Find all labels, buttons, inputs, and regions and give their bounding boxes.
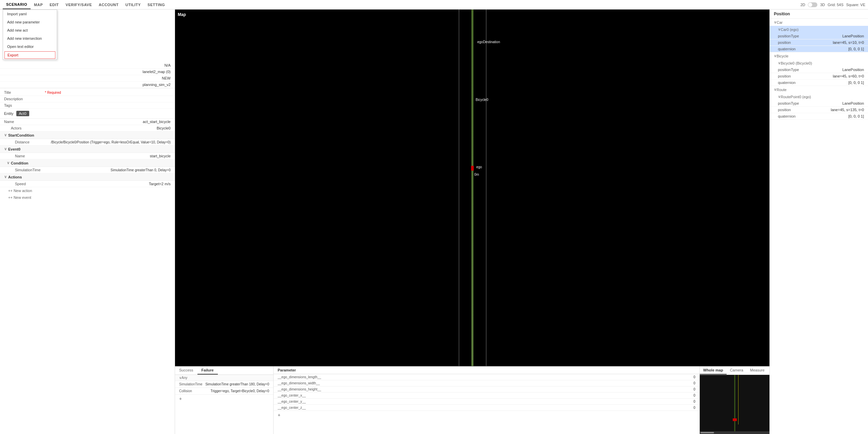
bicycle-section-label: Bicycle bbox=[777, 54, 788, 58]
routepoint0-position-row: position lane=45, s=135, t=0 bbox=[770, 107, 868, 113]
failure-sim-time: SimulationTime SimulationTime greaterTha… bbox=[175, 381, 273, 388]
bicycle0-label: Bicycle0 (Bicycle0) bbox=[781, 61, 812, 65]
nav-account[interactable]: ACCOUNT bbox=[96, 0, 122, 9]
param-length: __ego_dimensions_length__ 0 bbox=[274, 374, 699, 380]
2d-3d-toggle[interactable] bbox=[808, 2, 817, 7]
chevron-bicycle-icon: ∨ bbox=[774, 54, 777, 58]
chevron-down-icon-3: ∨ bbox=[7, 161, 10, 165]
version-value: planning_sim_v2 bbox=[142, 83, 171, 87]
scenario-fields: N/A lanelet2_map (0) NEW planning_sim_v2 bbox=[0, 62, 175, 88]
param-add-button[interactable]: + bbox=[278, 412, 280, 418]
lane-border-right bbox=[486, 10, 486, 366]
speed-label: Speed bbox=[4, 182, 45, 186]
car-section-header[interactable]: ∨ Car bbox=[770, 19, 868, 26]
failure-tab[interactable]: Failure bbox=[197, 366, 218, 375]
event0-label: Event0 bbox=[8, 147, 20, 151]
param-center-y-value: 0 bbox=[685, 400, 695, 403]
minimap-lane bbox=[734, 375, 735, 431]
routepoint0-section-header[interactable]: ∨ RoutePoint0 (ego) bbox=[770, 93, 868, 100]
main-layout: Import yaml Add new parameter Add new ac… bbox=[0, 10, 868, 434]
map-container[interactable]: Map egoDestination Bicycle0 ego 0m bbox=[175, 10, 769, 366]
mode-3d-label: 3D bbox=[820, 3, 825, 7]
nav-edit[interactable]: EDIT bbox=[46, 0, 62, 9]
new-event-button[interactable]: + + New event bbox=[0, 194, 175, 201]
chevron-down-icon: ∨ bbox=[4, 133, 7, 137]
routepoint0-position-label: position bbox=[778, 108, 831, 112]
right-panel: Position ∨ Car ∨ Car0 (ego) positionType… bbox=[769, 10, 868, 434]
speed-value: Target=2 m/s bbox=[149, 182, 171, 186]
add-parameter-item[interactable]: Add new parameter bbox=[3, 18, 57, 26]
car0-position-value: lane=45, s=10, t=0 bbox=[833, 40, 864, 45]
nav-setting[interactable]: SETTING bbox=[144, 0, 168, 9]
param-center-z-label: __ego_center_z__ bbox=[278, 406, 306, 410]
camera-tab[interactable]: Camera bbox=[727, 366, 747, 375]
panel-tabs: Success Failure bbox=[175, 366, 273, 375]
actions-label: Actions bbox=[8, 175, 22, 179]
param-height-label: __ego_dimensions_height__ bbox=[278, 387, 321, 391]
bicycle0-position-type-row: positionType LanePosition bbox=[770, 67, 868, 73]
import-yaml-item[interactable]: Import yaml bbox=[3, 10, 57, 18]
act-name-value: act_start_bicycle bbox=[143, 120, 171, 124]
param-width-label: __ego_dimensions_width__ bbox=[278, 381, 320, 385]
minimap-scroll-thumb[interactable] bbox=[700, 432, 714, 433]
act0-tab[interactable]: Act0 bbox=[16, 111, 29, 116]
bicycle0-section-header[interactable]: ∨ Bicycle0 (Bicycle0) bbox=[770, 59, 868, 67]
route-section-header[interactable]: ∨ Route bbox=[770, 86, 868, 93]
car0-position-row: position lane=45, s=10, t=0 bbox=[770, 39, 868, 46]
export-button[interactable]: Export bbox=[4, 51, 55, 59]
any-section-header[interactable]: ∨ Any bbox=[175, 375, 273, 381]
param-center-z: __ego_center_z__ 0 bbox=[274, 405, 699, 411]
param-height: __ego_dimensions_height__ 0 bbox=[274, 386, 699, 393]
car0-quaternion-value: [0, 0, 0 1] bbox=[848, 47, 864, 51]
map-lane bbox=[471, 10, 473, 366]
nav-scenario[interactable]: SCENARIO bbox=[3, 0, 31, 9]
param-center-y: __ego_center_y__ 0 bbox=[274, 399, 699, 405]
new-action-label: + New action bbox=[10, 189, 32, 193]
failure-sim-time-label: SimulationTime bbox=[179, 382, 203, 386]
bicycle-section-header[interactable]: ∨ Bicycle bbox=[770, 52, 868, 59]
failure-collision-label: Collision bbox=[179, 389, 192, 393]
minimap-scrollbar[interactable] bbox=[700, 431, 769, 434]
actions-header[interactable]: ∨ Actions bbox=[0, 173, 175, 181]
param-length-value: 0 bbox=[685, 375, 695, 379]
bicycle0-position-type-label: positionType bbox=[778, 68, 842, 72]
param-height-value: 0 bbox=[685, 387, 695, 391]
nav-utility[interactable]: UTILITY bbox=[122, 0, 144, 9]
add-intersection-item[interactable]: Add new intersection bbox=[3, 34, 57, 42]
failure-add-button[interactable]: + bbox=[179, 396, 182, 401]
nav-map[interactable]: MAP bbox=[31, 0, 46, 9]
title-label: Title bbox=[4, 90, 45, 94]
success-tab[interactable]: Success bbox=[175, 366, 197, 375]
tags-label: Tags bbox=[4, 103, 45, 107]
nav-verifysave[interactable]: VERIFY/SAVE bbox=[62, 0, 95, 9]
start-condition-header[interactable]: ∨ StartCondition bbox=[0, 132, 175, 139]
car0-section-header[interactable]: ∨ Car0 (ego) bbox=[770, 26, 868, 33]
any-label: Any bbox=[181, 376, 187, 380]
add-act-item[interactable]: Add new act bbox=[3, 26, 57, 34]
measure-tab[interactable]: Measure bbox=[747, 366, 768, 375]
minimap-canvas[interactable] bbox=[700, 375, 769, 431]
center-area: Map egoDestination Bicycle0 ego 0m bbox=[175, 10, 769, 434]
condition-header[interactable]: ∨ Condition bbox=[0, 159, 175, 167]
whole-map-tab[interactable]: Whole map bbox=[700, 366, 727, 375]
success-failure-panel: Success Failure ∨ Any SimulationTime Sim… bbox=[175, 366, 274, 434]
field-status: NEW bbox=[0, 75, 175, 82]
open-text-editor-item[interactable]: Open text editor bbox=[3, 42, 57, 51]
sim-time-value: SimulationTime greaterThan 0, Delay=0 bbox=[110, 168, 171, 172]
description-label: Description bbox=[4, 97, 45, 101]
mode-2d-label: 2D bbox=[800, 3, 805, 7]
car0-quaternion-label: quaternion bbox=[778, 47, 848, 51]
speed-row: Speed Target=2 m/s bbox=[0, 181, 175, 187]
failure-collision: Collision Trigger=ego, Target=Bicycle0, … bbox=[175, 388, 273, 395]
start-condition-label: StartCondition bbox=[8, 133, 34, 137]
condition-label: Condition bbox=[11, 161, 28, 165]
square-label: Square: VE bbox=[846, 3, 865, 7]
car0-position-type-value: LanePosition bbox=[842, 34, 864, 38]
event0-header[interactable]: ∨ Event0 bbox=[0, 145, 175, 153]
new-action-button[interactable]: + + New action bbox=[0, 187, 175, 194]
route-section-label: Route bbox=[777, 88, 786, 92]
map-value: lanelet2_map (0) bbox=[142, 70, 171, 74]
bicycle0-position-label: position bbox=[778, 74, 833, 78]
failure-add-row: + bbox=[175, 395, 273, 403]
car0-quaternion-row: quaternion [0, 0, 0 1] bbox=[770, 46, 868, 52]
